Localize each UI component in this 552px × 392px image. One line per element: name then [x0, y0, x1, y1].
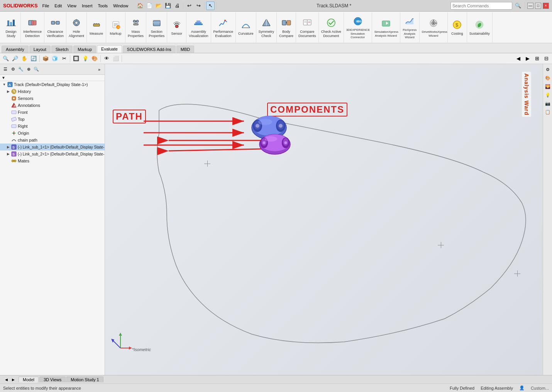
sep8	[122, 55, 122, 62]
tab-mbd[interactable]: MBD	[176, 46, 194, 53]
menu-edit[interactable]: Edit	[52, 3, 64, 9]
cmd-hole-alignment[interactable]: HoleAlignment	[66, 12, 87, 42]
expand-sidebar-icon[interactable]: »	[95, 66, 103, 73]
pan-icon[interactable]: ✋	[20, 54, 29, 63]
minimize-button[interactable]: —	[527, 3, 533, 9]
view-3d-icon[interactable]: 🧊	[51, 54, 59, 63]
tree-item-link-sub-2[interactable]: ▶ S (-) Link_sub_2<1> {Default<Default_D…	[0, 150, 105, 157]
tab-assembly[interactable]: Assembly	[2, 46, 29, 53]
cmd-markup[interactable]: ✏ Markup	[106, 12, 125, 42]
search-manager-icon[interactable]: 🔍	[32, 66, 40, 73]
tree-item-right[interactable]: ▶ Right	[0, 123, 105, 130]
cmd-interference-detection[interactable]: InterferenceDetection	[21, 12, 44, 42]
view-left-icon[interactable]: ◀	[514, 54, 523, 63]
tab-layout[interactable]: Layout	[29, 46, 51, 53]
tree-item-history[interactable]: ▶ History	[0, 88, 105, 95]
custom-status[interactable]: Custom...	[531, 386, 549, 390]
close-button[interactable]: ×	[543, 3, 549, 9]
toolbar-redo-icon[interactable]: ↪	[194, 2, 203, 10]
performance-icon	[217, 17, 229, 29]
cmd-mass-properties[interactable]: MassProperties	[125, 12, 146, 42]
svg-rect-41	[282, 20, 286, 25]
rp-lights-icon[interactable]: 💡	[544, 91, 552, 99]
menu-view[interactable]: View	[65, 3, 79, 9]
rotate-icon[interactable]: 🔄	[29, 54, 38, 63]
cmd-measure[interactable]: Measure	[87, 12, 106, 42]
cmd-clearance-verification[interactable]: ClearanceVerification	[44, 12, 66, 42]
tab-evaluate[interactable]: Evaluate	[97, 45, 122, 53]
maximize-button[interactable]: □	[535, 3, 541, 9]
tab-3d-views[interactable]: 3D Views	[39, 377, 66, 382]
hide-show-icon[interactable]: 👁	[102, 54, 111, 63]
cmd-section-properties[interactable]: SectionProperties	[146, 12, 167, 42]
zoom-fit-icon[interactable]: 🔍	[2, 54, 10, 63]
view-section-icon[interactable]: ✂	[60, 54, 68, 63]
wireframe-icon[interactable]: ⬜	[112, 54, 120, 63]
cmd-simulationxpress[interactable]: SimulationXpressAnalysis Wizard	[372, 12, 400, 42]
toolbar-save-icon[interactable]: 💾	[164, 2, 172, 10]
tree-item-link-sub-1[interactable]: ▶ S (-) Link_sub_1<1> {Default<Default_D…	[0, 144, 105, 150]
rp-camera-icon[interactable]: 📷	[544, 100, 552, 107]
tree-root-item[interactable]: ▼ A Track (Default<Default_Display State…	[0, 81, 105, 88]
feature-manager-icon[interactable]: ☰	[2, 66, 9, 73]
tab-model[interactable]: Model	[19, 377, 39, 382]
cmd-design-study[interactable]: DesignStudy	[2, 12, 21, 42]
tab-sketch[interactable]: Sketch	[51, 46, 73, 53]
tree-item-front[interactable]: ▶ Front	[0, 109, 105, 116]
collapse-icon[interactable]: ⊟	[542, 54, 550, 63]
display-style-icon[interactable]: 🔲	[72, 54, 80, 63]
toolbar-home-icon[interactable]: 🏠	[136, 2, 144, 10]
view-orient-icon[interactable]: 📦	[41, 54, 50, 63]
config-manager-icon[interactable]: 🔧	[17, 66, 25, 73]
cmd-sustainability[interactable]: Sustainability	[467, 12, 493, 42]
rp-display-states-icon[interactable]: 📋	[544, 108, 552, 116]
toolbar-open-icon[interactable]: 📂	[154, 2, 163, 10]
prev-view-icon[interactable]: ◀	[3, 377, 9, 383]
expand-icon[interactable]: ⊞	[533, 54, 541, 63]
menu-window[interactable]: Window	[111, 3, 130, 9]
dxf-icon[interactable]: ⊕	[25, 66, 32, 73]
cmd-3dexperience[interactable]: 3DS 3DEXPERIENCESimulationConnector	[344, 12, 372, 42]
rp-scene-icon[interactable]: 🌄	[544, 83, 552, 90]
tab-motion-study-1[interactable]: Motion Study 1	[66, 377, 103, 382]
zoom-area-icon[interactable]: 🔎	[11, 54, 19, 63]
toolbar-select-icon[interactable]: ↖	[206, 2, 215, 10]
toolbar-new-icon[interactable]: 📄	[145, 2, 154, 10]
search-icon[interactable]: 🔍	[514, 2, 522, 10]
tab-solidworks-addins[interactable]: SOLIDWORKS Add-Ins	[123, 46, 176, 53]
cmd-check-active-document[interactable]: Check ActiveDocument	[319, 12, 344, 42]
tree-item-top[interactable]: ▶ Top	[0, 116, 105, 123]
cmd-sensor[interactable]: Sensor	[167, 12, 186, 42]
cmd-driveworks[interactable]: DriveWorksXpressWizard	[420, 12, 448, 42]
view-right-icon[interactable]: ▶	[523, 54, 532, 63]
top-plane-icon	[11, 116, 17, 122]
tree-item-annotations[interactable]: ▶ A Annotations	[0, 102, 105, 109]
cmd-costing[interactable]: $ Costing	[448, 12, 467, 42]
appearance-icon[interactable]: 🎨	[90, 54, 99, 63]
menu-tools[interactable]: Tools	[95, 3, 110, 9]
cmd-curvature[interactable]: Curvature	[236, 12, 256, 42]
cmd-symmetry-check[interactable]: SymmetryCheck	[256, 12, 277, 42]
toolbar-print-icon[interactable]: 🖨	[173, 2, 181, 10]
cmd-compare-documents[interactable]: CompareDocuments	[296, 12, 319, 42]
cmd-body-compare[interactable]: BodyCompare	[277, 12, 296, 42]
menu-insert[interactable]: Insert	[80, 3, 95, 9]
cmd-performance-evaluation[interactable]: PerformanceEvaluation	[211, 12, 236, 42]
sidebar-resize-handle[interactable]	[103, 64, 105, 375]
cmd-floworks[interactable]: FloXpressAnalysisWizard	[400, 12, 420, 42]
tab-markup[interactable]: Markup	[73, 46, 96, 53]
tree-item-sensors[interactable]: ▶ Sensors	[0, 95, 105, 102]
menu-file[interactable]: File	[40, 3, 52, 9]
rp-appearance-icon[interactable]: 🎨	[544, 74, 552, 82]
next-view-icon[interactable]: ▶	[10, 377, 16, 383]
toolbar-undo-icon[interactable]: ↩	[185, 2, 193, 10]
search-input[interactable]	[450, 2, 512, 10]
cmd-assembly-visualization[interactable]: AssemblyVisualization	[186, 12, 211, 42]
property-manager-icon[interactable]: ⚙	[9, 66, 17, 73]
tree-item-chain-path[interactable]: ▶ chain path	[0, 137, 105, 144]
tree-item-mates[interactable]: ▶ Mates	[0, 157, 105, 164]
tree-item-origin[interactable]: ▶ Origin	[0, 130, 105, 137]
rp-view-settings-icon[interactable]: ⚙	[544, 66, 552, 73]
lighting-icon[interactable]: 💡	[81, 54, 90, 63]
3d-viewport[interactable]: PATH COMPONENTS	[105, 64, 543, 375]
